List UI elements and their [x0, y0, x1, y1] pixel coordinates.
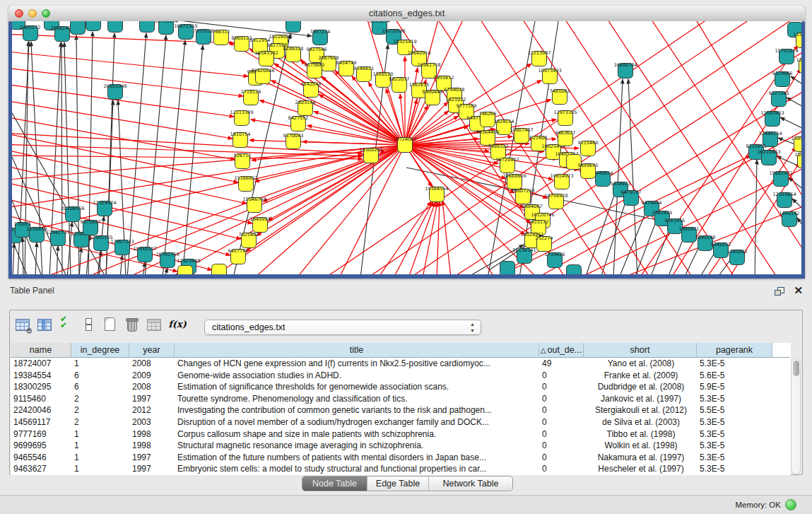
cell-short[interactable]: Hescheler et al. (1997) [584, 463, 697, 475]
cell-in_degree[interactable]: 1 [71, 452, 129, 464]
cell-title[interactable]: Disruption of a novel member of a sodium… [175, 416, 539, 428]
cell-out_de[interactable]: 0 [539, 463, 584, 475]
cell-out_de[interactable]: 0 [539, 393, 584, 405]
cell-pagerank[interactable]: 5.3E-5 [697, 463, 772, 475]
disabled-table-icon[interactable] [146, 316, 163, 333]
cell-out_de[interactable]: 0 [539, 370, 584, 382]
cell-pagerank[interactable]: 5.6E-5 [697, 370, 772, 382]
table-row[interactable]: 969969511998Structural magnetic resonanc… [11, 440, 791, 452]
cell-pagerank[interactable]: 5.3E-5 [697, 452, 772, 464]
table-row[interactable]: 1938455462009Genome-wide association stu… [11, 370, 791, 382]
cell-out_de[interactable]: 49 [539, 358, 584, 370]
graph-node[interactable]: 252274 [536, 235, 553, 252]
column-header-out_de[interactable]: △out_de... [539, 343, 584, 358]
tab-edge-table[interactable]: Edge Table [367, 477, 428, 491]
cell-year[interactable]: 1997 [129, 393, 175, 405]
graph-node[interactable]: 12093853 [760, 110, 784, 127]
graph-node[interactable]: 1695142 [779, 211, 800, 227]
cell-out_de[interactable]: 0 [539, 428, 584, 440]
graph-node[interactable]: 19384554 [425, 186, 448, 202]
graph-node[interactable]: 7915526 [194, 28, 214, 45]
memory-ok-indicator-icon[interactable] [785, 499, 796, 510]
graph-node[interactable]: 926712 [234, 153, 252, 169]
cell-pagerank[interactable]: 5.3E-5 [697, 358, 772, 370]
graph-node[interactable]: 9115460 [578, 140, 599, 156]
cell-title[interactable]: Corpus callosum shape and size in male p… [175, 428, 539, 440]
cell-title[interactable]: Structural magnetic resonance image aver… [175, 440, 539, 452]
function-builder-icon[interactable]: f(x) [167, 316, 187, 333]
cell-short[interactable]: Jankovic et al. (1997) [584, 393, 697, 405]
cell-name[interactable]: 19384554 [11, 370, 71, 382]
cell-name[interactable]: 9115460 [11, 393, 71, 405]
table-row[interactable]: 946554611997Estimation of the future num… [11, 452, 791, 464]
table-row[interactable]: 946362711997Embryonic stem cells: a mode… [11, 463, 791, 475]
cell-year[interactable]: 1997 [129, 452, 175, 464]
close-panel-icon[interactable]: ✕ [794, 284, 803, 297]
graph-node[interactable]: 9242848 [301, 81, 322, 98]
graph-node[interactable]: 766312 [213, 29, 230, 45]
cell-title[interactable]: Tourette syndrome. Phenomenology and cla… [175, 393, 539, 405]
cell-out_de[interactable]: 0 [539, 440, 584, 452]
graph-node[interactable]: 8660123 [232, 35, 252, 52]
cell-out_de[interactable]: 0 [539, 452, 584, 464]
graph-node[interactable]: 10688609 [502, 173, 526, 189]
graph-node[interactable]: 9975887 [81, 219, 101, 235]
graph-node[interactable]: 8427552 [288, 115, 309, 132]
column-header-year[interactable]: year [129, 343, 175, 358]
cell-title[interactable]: Estimation of the future numbers of pati… [175, 452, 539, 464]
cell-pagerank[interactable]: 5.3E-5 [697, 416, 772, 428]
table-row[interactable]: 1456911722003Disruption of a novel membe… [11, 416, 791, 428]
graph-node[interactable]: 2405572 [20, 25, 41, 41]
graph-node[interactable]: 1221798 [796, 57, 801, 74]
graph-node[interactable]: 8990448 [423, 89, 443, 105]
graph-node[interactable]: 16033809 [281, 21, 305, 33]
cell-pagerank[interactable]: 5.5E-5 [697, 404, 772, 416]
cell-short[interactable]: Tibbo et al. (1998) [584, 428, 697, 440]
cell-title[interactable]: Estimation of significance thresholds fo… [175, 381, 539, 393]
cell-year[interactable]: 1997 [129, 463, 175, 475]
cell-in_degree[interactable]: 2 [71, 393, 129, 405]
graph-node[interactable]: 1245062 [727, 249, 748, 265]
graph-node[interactable]: 16782759 [155, 252, 179, 268]
graph-node[interactable]: 15720407 [495, 157, 519, 173]
table-row[interactable]: 2242004622012Investigating the contribut… [11, 404, 791, 416]
cell-pagerank[interactable]: 5.3E-5 [697, 428, 772, 440]
graph-node[interactable] [178, 266, 193, 275]
graph-node[interactable]: 2718126 [241, 89, 261, 105]
graph-node[interactable]: 1640993 [250, 216, 271, 233]
cell-name[interactable]: 14569117 [11, 416, 71, 428]
cell-year[interactable]: 2008 [129, 381, 175, 393]
column-header-title[interactable]: title [175, 343, 539, 358]
graph-node[interactable]: 9699695 [578, 163, 599, 179]
graph-node[interactable]: 16648784 [613, 62, 637, 78]
graph-node[interactable]: 10973493 [538, 68, 561, 84]
table-vertical-scrollbar[interactable] [791, 358, 801, 474]
graph-node[interactable] [71, 21, 86, 35]
graph-node[interactable]: 8186328 [283, 46, 304, 62]
select-checks-icon[interactable] [58, 316, 75, 333]
cell-short[interactable]: Franke et al. (2009) [584, 370, 697, 382]
graph-node[interactable]: 9170043 [283, 133, 304, 149]
graph-node[interactable]: 9329966 [772, 71, 793, 87]
tab-network-table[interactable]: Network Table [428, 477, 512, 491]
cell-name[interactable]: 9777169 [11, 428, 71, 440]
table-options-icon[interactable] [14, 316, 31, 333]
cell-year[interactable]: 2012 [129, 404, 175, 416]
cell-in_degree[interactable]: 2 [71, 416, 129, 428]
graph-node[interactable]: 1154840 [794, 32, 801, 48]
graph-node[interactable]: 20053346 [103, 83, 126, 100]
cell-pagerank[interactable]: 5.3E-5 [697, 393, 772, 405]
graph-node[interactable]: 19958107 [133, 246, 156, 262]
graph-node[interactable]: 7485063 [550, 88, 570, 105]
network-canvas[interactable]: 2405572206914061055328715276028466160107… [12, 21, 801, 274]
cell-title[interactable]: Investigating the contribution of common… [175, 404, 539, 416]
graph-node[interactable]: 12942737 [46, 230, 69, 246]
cell-name[interactable]: 22420046 [11, 404, 71, 416]
graph-node[interactable]: 9227343 [769, 90, 789, 107]
cell-short[interactable]: Dudbridge et al. (2008) [584, 381, 697, 393]
cell-pagerank[interactable]: 5.3E-5 [697, 440, 772, 452]
graph-node[interactable]: 9146821 [354, 66, 375, 82]
cell-in_degree[interactable]: 1 [71, 358, 129, 370]
cell-name[interactable]: 9465546 [11, 452, 71, 464]
cell-short[interactable]: de Silva et al. (2003) [584, 416, 697, 428]
